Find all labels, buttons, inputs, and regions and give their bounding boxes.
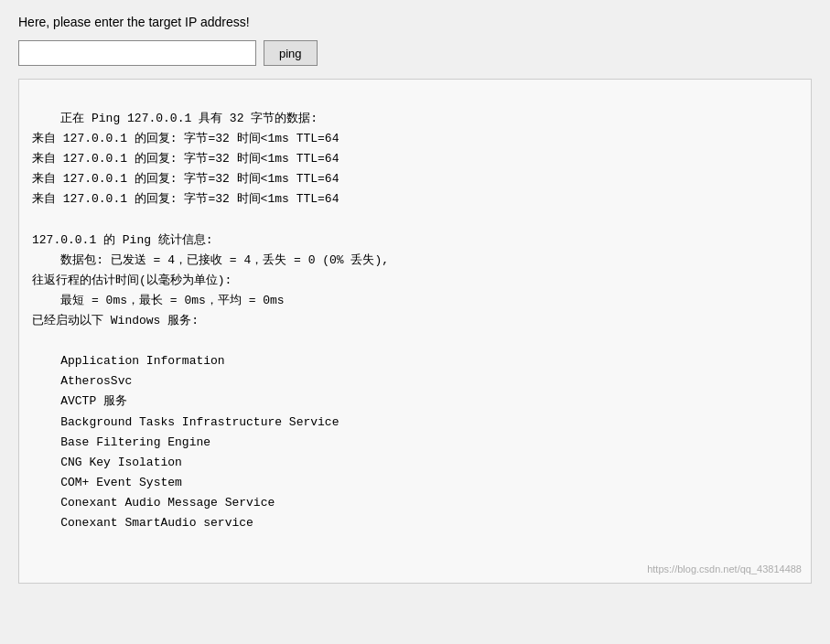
watermark: https://blog.csdn.net/qq_43814488 — [647, 561, 802, 578]
ping-button[interactable]: ping — [264, 40, 318, 66]
ip-input[interactable] — [18, 40, 256, 66]
output-area: 正在 Ping 127.0.0.1 具有 32 字节的数据: 来自 127.0.… — [18, 79, 812, 584]
input-row: ping — [18, 40, 812, 66]
instruction-text: Here, please enter the target IP address… — [18, 15, 812, 29]
page-wrapper: Here, please enter the target IP address… — [0, 0, 830, 598]
output-text: 正在 Ping 127.0.0.1 具有 32 字节的数据: 来自 127.0.… — [32, 112, 389, 530]
